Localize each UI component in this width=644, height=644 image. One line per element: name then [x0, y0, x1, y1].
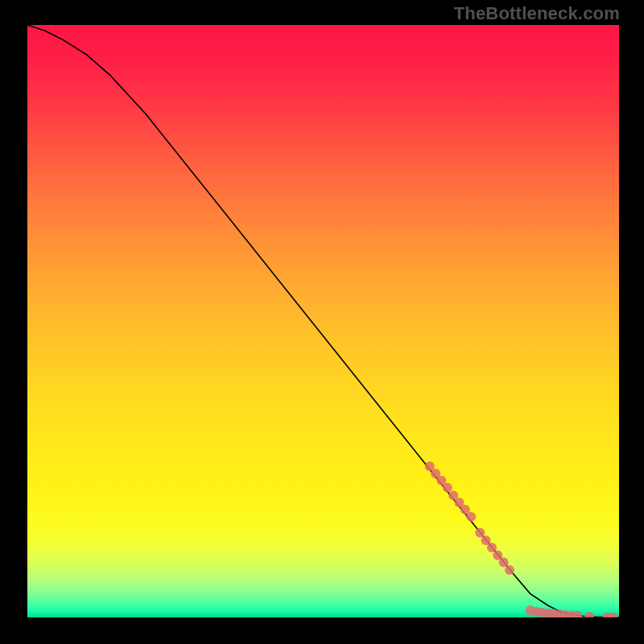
data-point-marker	[475, 528, 485, 538]
plot-area	[27, 25, 619, 617]
data-point-marker	[443, 483, 452, 493]
data-point-marker	[505, 565, 514, 575]
watermark-text: TheBottleneck.com	[454, 3, 620, 24]
chart-stage: TheBottleneck.com	[0, 0, 644, 644]
chart-svg	[27, 25, 619, 617]
main-curve-line	[27, 25, 619, 617]
data-point-marker	[499, 558, 509, 568]
marker-layer	[425, 461, 618, 617]
data-point-marker	[584, 612, 594, 617]
data-point-marker	[487, 543, 497, 552]
data-point-marker	[466, 512, 476, 522]
